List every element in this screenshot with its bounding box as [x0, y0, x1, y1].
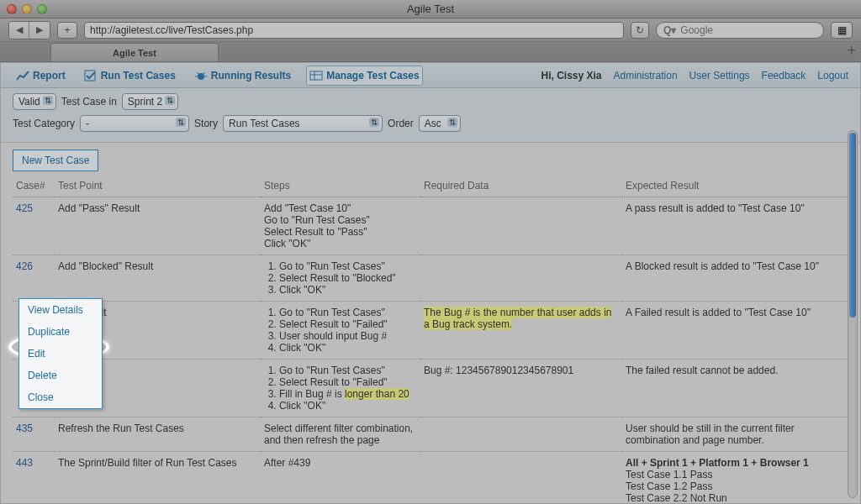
new-tab-button[interactable]: + [847, 42, 856, 61]
required-data [420, 452, 622, 505]
ctx-view-details[interactable]: View Details [19, 299, 102, 321]
manage-icon [309, 70, 323, 81]
steps-cell: After #439 [261, 452, 420, 505]
back-button[interactable]: ◀ [9, 22, 29, 39]
svg-point-1 [198, 73, 204, 80]
steps-cell: Select different filter combination, and… [261, 417, 420, 452]
svg-rect-0 [85, 71, 95, 81]
nav-label: Run Test Cases [101, 70, 176, 81]
table-row[interactable]: 435Refresh the Run Test CasesSelect diff… [13, 417, 848, 452]
story-select[interactable]: Run Test Cases [223, 115, 383, 132]
expected-result: The failed result cannot be added. [622, 360, 848, 417]
filter-bar: Valid Test Case in Sprint 2 Test Categor… [1, 88, 860, 143]
bug-icon [194, 70, 208, 81]
col-test-point: Test Point [55, 175, 261, 197]
table-row[interactable]: 443The Sprint/Build filter of Run Test C… [13, 452, 848, 505]
browser-tab[interactable]: Agile Test [50, 43, 219, 61]
url-text: http://agiletest.cc/live/TestCases.php [90, 24, 253, 36]
label-order: Order [388, 118, 414, 129]
steps-cell: Go to "Run Test Cases"Select Result to "… [261, 360, 420, 417]
label-test-case-in: Test Case in [61, 96, 117, 108]
search-icon: Q▾ [663, 24, 676, 36]
nav-manage-test-cases[interactable]: Manage Test Cases [306, 66, 423, 86]
link-logout[interactable]: Logout [817, 70, 848, 81]
search-box[interactable]: Q▾ [656, 22, 824, 39]
link-feedback[interactable]: Feedback [762, 70, 806, 81]
svg-rect-6 [310, 71, 322, 80]
svg-line-5 [203, 72, 205, 74]
nav-running-results[interactable]: Running Results [191, 66, 294, 86]
reload-button[interactable]: ↻ [631, 22, 649, 39]
forward-button[interactable]: ▶ [29, 22, 50, 39]
col-required-data: Required Data [420, 175, 622, 197]
ctx-edit[interactable]: Edit [19, 343, 102, 365]
steps-cell: Go to "Run Test Cases"Select Result to "… [261, 302, 420, 360]
test-point: Add "Blocked" Result [55, 255, 261, 302]
report-icon [16, 70, 29, 81]
table-row[interactable]: 426Add "Blocked" ResultGo to "Run Test C… [13, 255, 848, 302]
table-row[interactable]: 425Add "Pass" ResultAdd "Test Case 10"Go… [13, 197, 848, 255]
status-select[interactable]: Valid [13, 93, 56, 110]
page-icon: ▦ [837, 24, 847, 36]
nav-label: Running Results [211, 70, 291, 81]
tab-label: Agile Test [113, 48, 156, 58]
test-point: Refresh the Run Test Cases [55, 417, 261, 452]
vertical-scrollbar[interactable] [848, 130, 858, 498]
expected-result: User should be still in the current filt… [622, 417, 848, 452]
sprint-select[interactable]: Sprint 2 [122, 93, 178, 110]
steps-cell: Add "Test Case 10"Go to "Run Test Cases"… [261, 197, 420, 255]
nav-run-test-cases[interactable]: Run Test Cases [81, 66, 179, 86]
traffic-lights [7, 4, 47, 14]
test-cases-table: Case# Test Point Steps Required Data Exp… [13, 175, 848, 504]
nav-buttons: ◀ ▶ [8, 21, 50, 39]
required-data: Bug #: 123456789012345678901 [420, 360, 622, 417]
expected-result: A Failed result is added to "Test Case 1… [622, 302, 848, 360]
steps-cell: Go to "Run Test Cases"Select Result to "… [261, 255, 420, 302]
label-test-category: Test Category [13, 118, 75, 129]
required-data [420, 197, 622, 255]
greeting: Hi, Cissy Xia [541, 70, 601, 81]
minimize-window-icon[interactable] [22, 4, 32, 14]
nav-label: Report [33, 70, 66, 81]
link-user-settings[interactable]: User Settings [689, 70, 750, 81]
ctx-delete[interactable]: Delete [19, 365, 102, 386]
new-test-case-button[interactable]: New Test Case [13, 150, 98, 171]
label-story: Story [194, 118, 218, 129]
page-content: Report Run Test Cases Running Results Ma… [0, 62, 861, 504]
required-data [420, 417, 622, 452]
nav-report[interactable]: Report [13, 66, 69, 86]
url-bar[interactable]: http://agiletest.cc/live/TestCases.php [84, 22, 624, 39]
required-data: The Bug # is the number that user adds i… [420, 302, 622, 360]
case-link[interactable]: 443 [16, 457, 33, 469]
expected-result: All + Sprint 1 + Platform 1 + Browser 1T… [622, 452, 848, 505]
table-row[interactable]: led" ResultGo to "Run Test Cases"Select … [13, 302, 848, 360]
browser-toolbar: ◀ ▶ + http://agiletest.cc/live/TestCases… [0, 18, 861, 42]
zoom-window-icon[interactable] [37, 4, 47, 14]
required-data [420, 255, 622, 302]
page-actions-button[interactable]: ▦ [831, 22, 853, 39]
order-select[interactable]: Asc [419, 115, 461, 132]
tab-strip: Agile Test + [0, 42, 861, 62]
scroll-thumb[interactable] [849, 133, 856, 318]
app-nav: Report Run Test Cases Running Results Ma… [1, 63, 860, 88]
context-menu: View Details Duplicate Edit Delete Close [18, 298, 103, 409]
ctx-close[interactable]: Close [19, 386, 102, 408]
case-link[interactable]: 435 [16, 423, 33, 434]
link-administration[interactable]: Administration [614, 70, 678, 81]
category-select[interactable]: - [80, 115, 189, 132]
case-link[interactable]: 426 [16, 260, 33, 272]
search-input[interactable] [680, 24, 816, 36]
test-point: The Sprint/Build filter of Run Test Case… [55, 452, 261, 505]
table-row[interactable]: gth of bugGo to "Run Test Cases"Select R… [13, 360, 848, 417]
expected-result: A Blocked result is added to "Test Case … [622, 255, 848, 302]
close-window-icon[interactable] [7, 4, 17, 14]
nav-label: Manage Test Cases [326, 70, 420, 81]
bookmark-add-button[interactable]: + [57, 22, 77, 39]
col-case: Case# [13, 175, 55, 197]
ctx-duplicate[interactable]: Duplicate [19, 321, 102, 343]
case-link[interactable]: 425 [16, 202, 33, 214]
window-title: Agile Test [0, 3, 861, 15]
col-expected-result: Expected Result [622, 175, 848, 197]
expected-result: A pass result is added to "Test Case 10" [622, 197, 848, 255]
svg-line-4 [197, 72, 198, 74]
